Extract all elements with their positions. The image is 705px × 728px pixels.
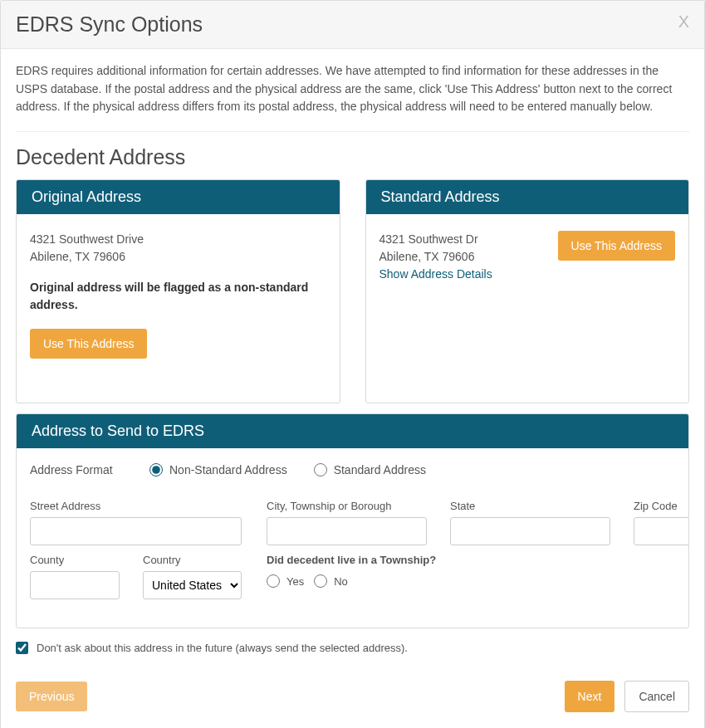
- standard-address-line2: Abilene, TX 79606: [379, 248, 492, 266]
- standard-address-text: 4321 Southwest Dr Abilene, TX 79606 Show…: [379, 231, 492, 281]
- standard-address-card: Standard Address 4321 Southwest Dr Abile…: [365, 179, 690, 403]
- city-input[interactable]: [267, 517, 427, 545]
- township-no-label[interactable]: No: [314, 574, 348, 588]
- standard-address-line1: 4321 Southwest Dr: [379, 231, 492, 248]
- township-yes-text: Yes: [286, 575, 304, 588]
- send-card-body: Address Format Non-Standard Address Stan…: [17, 448, 688, 628]
- standard-radio[interactable]: [314, 463, 327, 476]
- state-input[interactable]: [450, 517, 610, 545]
- state-label: State: [450, 500, 610, 512]
- township-yes-label[interactable]: Yes: [267, 574, 304, 588]
- original-card-header: Original Address: [17, 180, 340, 214]
- zip-input[interactable]: [634, 517, 689, 545]
- cancel-button[interactable]: Cancel: [624, 681, 689, 712]
- standard-radio-text: Standard Address: [334, 463, 426, 476]
- standard-card-body: 4321 Southwest Dr Abilene, TX 79606 Show…: [366, 214, 689, 403]
- address-format-row: Address Format Non-Standard Address Stan…: [30, 463, 675, 476]
- city-label: City, Township or Borough: [267, 500, 427, 512]
- form-left-column: Street Address County Country: [30, 500, 242, 608]
- footer-right: Next Cancel: [565, 681, 689, 712]
- modal-footer: Previous Next Cancel: [1, 669, 704, 728]
- address-format-label: Address Format: [30, 463, 123, 476]
- close-icon[interactable]: X: [678, 12, 689, 32]
- use-standard-address-button[interactable]: Use This Address: [558, 231, 675, 261]
- dont-ask-row: Don't ask about this address in the futu…: [16, 642, 689, 654]
- show-address-details-link[interactable]: Show Address Details: [379, 267, 492, 281]
- address-to-send-card: Address to Send to EDRS Address Format N…: [16, 413, 689, 628]
- township-question: Did decedent live in a Township?: [267, 554, 689, 566]
- dont-ask-label: Don't ask about this address in the futu…: [37, 642, 408, 654]
- intro-text: EDRS requires additional information for…: [16, 62, 689, 116]
- street-label: Street Address: [30, 500, 242, 512]
- previous-button[interactable]: Previous: [16, 682, 87, 711]
- county-label: County: [30, 554, 120, 566]
- next-button[interactable]: Next: [565, 681, 615, 712]
- original-card-body: 4321 Southwest Drive Abilene, TX 79606 O…: [17, 214, 340, 403]
- standard-radio-label[interactable]: Standard Address: [314, 463, 426, 476]
- address-cards: Original Address 4321 Southwest Drive Ab…: [16, 179, 689, 403]
- township-no-radio[interactable]: [314, 574, 327, 588]
- divider: [16, 131, 689, 132]
- nonstandard-radio[interactable]: [149, 463, 163, 476]
- dont-ask-checkbox[interactable]: [16, 642, 28, 654]
- standard-card-header: Standard Address: [366, 180, 689, 214]
- form-right-column: City, Township or Borough State Zip Code: [267, 500, 689, 608]
- country-label: Country: [143, 554, 242, 566]
- original-address-line2: Abilene, TX 79606: [30, 248, 326, 266]
- send-card-header: Address to Send to EDRS: [17, 414, 688, 448]
- form-grid: Street Address County Country: [30, 500, 675, 608]
- original-address-line1: 4321 Southwest Drive: [30, 231, 326, 248]
- original-address-warning: Original address will be flagged as a no…: [30, 279, 326, 314]
- modal-header: EDRS Sync Options X: [1, 1, 704, 49]
- township-yes-radio[interactable]: [267, 574, 280, 588]
- modal-title: EDRS Sync Options: [16, 12, 689, 37]
- nonstandard-radio-text: Non-Standard Address: [169, 463, 287, 476]
- use-original-address-button[interactable]: Use This Address: [30, 329, 147, 359]
- county-input[interactable]: [30, 571, 120, 599]
- modal-body: EDRS requires additional information for…: [1, 49, 704, 669]
- original-address-card: Original Address 4321 Southwest Drive Ab…: [16, 179, 340, 403]
- township-no-text: No: [334, 575, 348, 588]
- country-select[interactable]: United States: [143, 571, 242, 599]
- township-options: Yes No: [267, 574, 689, 588]
- decedent-address-title: Decedent Address: [16, 145, 689, 169]
- zip-label: Zip Code: [634, 500, 689, 512]
- edrs-sync-modal: EDRS Sync Options X EDRS requires additi…: [0, 0, 705, 728]
- nonstandard-radio-label[interactable]: Non-Standard Address: [149, 463, 287, 476]
- street-input[interactable]: [30, 517, 242, 545]
